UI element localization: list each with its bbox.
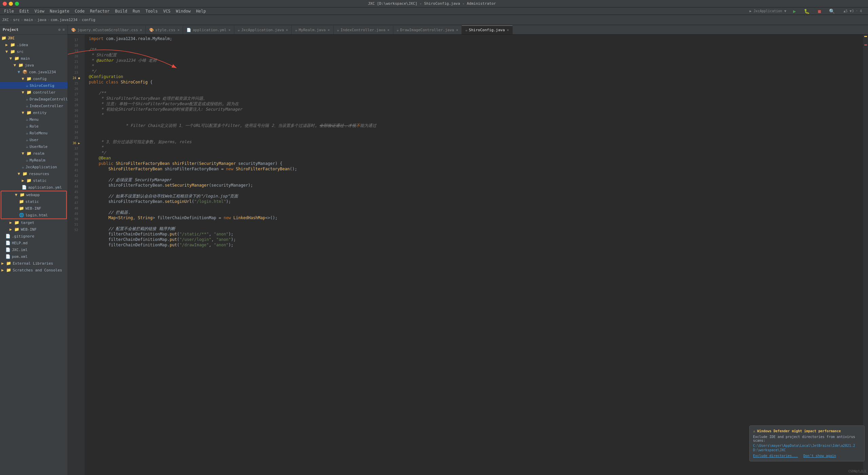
menu-build[interactable]: Build (112, 8, 130, 14)
tree-item-config[interactable]: ▼ 📁 config (0, 75, 67, 82)
tab-drawimage[interactable]: ☕ DrawImageController.java × (393, 25, 462, 34)
main-container: Project ⚙ ≡ 📁 JXC ▶ 📁 .idea ▼ 📁 src ▼ 📁 … (0, 25, 868, 475)
notification-count[interactable]: ▲5 ▼3 · 4 (841, 8, 865, 14)
tab-indexctrl[interactable]: ☕ IndexController.java × (334, 25, 393, 34)
run-button[interactable]: ▶ (790, 8, 798, 15)
tree-item-iml[interactable]: 📄 JXC.iml (0, 246, 67, 253)
menu-view[interactable]: View (32, 8, 47, 14)
menu-navigate[interactable]: Navigate (47, 8, 72, 14)
breadcrumb-main[interactable]: main (24, 18, 33, 22)
menu-refactor[interactable]: Refactor (87, 8, 112, 14)
run-config[interactable]: ▶ JxcApplication ▼ (747, 8, 789, 14)
tree-item-userrole[interactable]: ☕ UserRole (0, 143, 67, 150)
gutter-17: 17 (73, 37, 80, 43)
tree-item-src[interactable]: ▼ 📁 src (0, 48, 67, 55)
tree-item-webapp[interactable]: ▼ 📁 webapp (1, 191, 66, 198)
tree-item-menu[interactable]: ☕ Menu (0, 116, 67, 123)
tree-item-jxc[interactable]: 📁 JXC (0, 35, 67, 41)
tree-item-index[interactable]: ☕ IndexController (0, 102, 67, 109)
tree-item-webinf-web[interactable]: 📁 WEB-INF (1, 205, 66, 212)
tree-item-myrealm[interactable]: ☕ MyRealm (0, 157, 67, 164)
tree-label-ext-libs: External Libraries (13, 261, 53, 266)
breadcrumb-jxc[interactable]: JXC (2, 18, 9, 22)
menu-edit[interactable]: Edit (17, 8, 32, 14)
tree-item-target[interactable]: ▶ 📁 target (0, 219, 67, 226)
stop-button[interactable]: ■ (815, 8, 823, 15)
notification-dismiss-btn[interactable]: Don't show again (803, 454, 836, 458)
tree-item-jxcapp[interactable]: ☕ JxcApplication (0, 164, 67, 170)
gutter-52: 52 (73, 227, 80, 233)
tab-close-drawimage[interactable]: × (456, 28, 458, 32)
code-line-35: */ (89, 150, 859, 155)
tree-item-resources[interactable]: ▼ 📁 resources (0, 170, 67, 177)
tree-item-role[interactable]: ☕ Role (0, 123, 67, 130)
tab-label-myrealm: MyRealm.java (299, 28, 326, 32)
tree-item-ext-libs[interactable]: ▶ 📁 External Libraries (0, 260, 67, 267)
gutter-41: 41 (73, 168, 80, 173)
debug-button[interactable]: 🐛 (801, 8, 812, 15)
tree-label-webapp: webapp (26, 193, 40, 197)
menu-file[interactable]: File (1, 8, 17, 14)
tree-item-com[interactable]: ▼ 📦 com.java1234 (0, 69, 67, 75)
code-line-17: import com.java1234.realm.MyRealm; (89, 36, 859, 41)
tab-myrealm[interactable]: ☕ MyRealm.java × (292, 25, 333, 34)
tree-item-static-web[interactable]: 📁 static (1, 198, 66, 205)
tree-item-pom[interactable]: 📄 pom.xml (0, 253, 67, 260)
tree-item-drawimage[interactable]: ☕ DrawImageController (0, 96, 67, 102)
tree-item-main[interactable]: ▼ 📁 main (0, 55, 67, 62)
tab-close-shiroconfig[interactable]: × (507, 28, 509, 32)
tab-close-indexctrl[interactable]: × (388, 28, 390, 32)
notification-exclude-btn[interactable]: Exclude directories... (753, 454, 798, 458)
tab-style-css[interactable]: 🎨 style.css × (146, 25, 183, 34)
tree-item-user[interactable]: ☕ User (0, 136, 67, 143)
tree-item-webinf[interactable]: ▶ 📁 WEB-INF (0, 226, 67, 233)
code-line-29: * 注意: 单独一个ShiroFilterFactoryBean配置是或成报错的… (89, 101, 859, 107)
tree-item-idea[interactable]: ▶ 📁 .idea (0, 41, 67, 48)
tree-item-appyml[interactable]: 📄 application.yml (0, 184, 67, 191)
maximize-button[interactable] (15, 2, 19, 6)
tree-item-realm[interactable]: ▼ 📁 realm (0, 150, 67, 157)
breadcrumb-com[interactable]: com.java1234 (51, 18, 77, 22)
tab-close-style[interactable]: × (177, 28, 179, 32)
tree-item-entity[interactable]: ▼ 📁 entity (0, 109, 67, 116)
menu-help[interactable]: Help (193, 8, 209, 14)
error-indicator-1 (864, 36, 867, 37)
breadcrumb-config[interactable]: config (82, 18, 95, 22)
menu-window[interactable]: Window (173, 8, 193, 14)
folder-icon: ▶ 📁 (9, 220, 19, 225)
tab-close-appyml[interactable]: × (229, 28, 231, 32)
tree-item-scratches[interactable]: ▶ 📁 Scratches and Consoles (0, 267, 67, 273)
search-everywhere[interactable]: 🔍 (826, 8, 837, 15)
tab-scrollbar-css[interactable]: 🎨 jquery.mCustomScrollbar.css × (68, 25, 146, 34)
close-button[interactable] (3, 2, 7, 6)
menu-run[interactable]: Run (130, 8, 143, 14)
sidebar-collapse[interactable]: ≡ (62, 27, 65, 32)
tab-close-myrealm[interactable]: × (328, 28, 330, 32)
tree-item-gitignore[interactable]: 📄 .gitignore (0, 233, 67, 240)
tree-item-shiroconfig[interactable]: ☕ ShiroConfig (0, 82, 67, 89)
tree-item-static-res[interactable]: ▶ 📁 static (0, 177, 67, 184)
tab-jxcapp[interactable]: ☕ JxcApplication.java × (234, 25, 292, 34)
code-area[interactable]: import com.java1234.realm.MyRealm; /** *… (85, 35, 863, 475)
tree-item-controller[interactable]: ▼ 📁 controller (0, 89, 67, 96)
tab-close-scrollbar[interactable]: × (140, 28, 142, 32)
tree-item-help[interactable]: 📄 HELP.md (0, 240, 67, 246)
tab-appyml[interactable]: 📄 application.yml × (183, 25, 234, 34)
breadcrumb-src[interactable]: src (13, 18, 20, 22)
menu-code[interactable]: Code (72, 8, 87, 14)
breadcrumb-java[interactable]: java (37, 18, 46, 22)
menu-vcs[interactable]: VCS (160, 8, 173, 14)
tab-label-jxcapp: JxcApplication.java (241, 28, 284, 32)
css-file-icon2: 🎨 (149, 28, 154, 32)
notification-actions: Exclude directories... Don't show again (753, 454, 861, 458)
tree-label-static-res: static (33, 178, 46, 183)
tree-item-login-html[interactable]: 🌐 login.html (1, 212, 66, 218)
minimize-button[interactable] (9, 2, 13, 6)
tree-item-java[interactable]: ▼ 📁 java (0, 62, 67, 69)
gutter-45: 45 (73, 189, 80, 195)
tab-close-jxcapp[interactable]: × (286, 28, 288, 32)
tab-shiroconfig[interactable]: ☕ ShiroConfig.java × (462, 25, 513, 34)
tree-item-rolemenu[interactable]: ☕ RoleMenu (0, 130, 67, 136)
sidebar-settings[interactable]: ⚙ (58, 27, 61, 32)
menu-tools[interactable]: Tools (143, 8, 160, 14)
